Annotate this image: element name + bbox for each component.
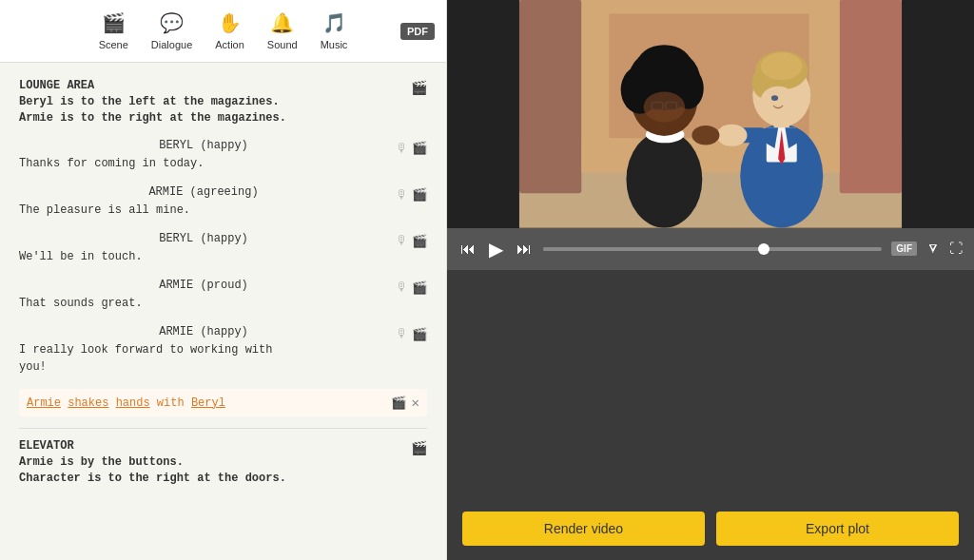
bottom-buttons-area: Render video Export plot (447, 497, 974, 560)
toolbar-dialogue-label: Dialogue (151, 39, 192, 50)
dialogue-icons-3: 🎙 🎬 (396, 232, 427, 249)
funnel-icon[interactable]: ⛛ (926, 241, 940, 257)
mic-icon-4[interactable]: 🎙 (396, 280, 408, 295)
dialogue-icons-4: 🎙 🎬 (396, 279, 427, 296)
gif-button[interactable]: GIF (891, 241, 917, 256)
character-name-5: ARMIE (happy) (19, 325, 388, 338)
bottom-spacer (447, 270, 974, 498)
dialogue-block-2: ARMIE (agreeing) The pleasure is all min… (19, 185, 427, 219)
dialogue-icons-2: 🎙 🎬 (396, 185, 427, 203)
dialogue-icons-1: 🎙 🎬 (396, 139, 427, 156)
svg-point-29 (771, 95, 778, 101)
svg-point-6 (626, 131, 702, 228)
svg-point-17 (644, 92, 686, 123)
dialogue-block-1: BERYL (happy) Thanks for coming in today… (19, 139, 427, 172)
toolbar-item-sound[interactable]: 🔔 Sound (267, 11, 298, 50)
toolbar-sound-label: Sound (267, 39, 298, 50)
mic-icon-5[interactable]: 🎙 (396, 327, 408, 341)
dialogue-line-4: That sounds great. (19, 297, 143, 310)
action-link-hands[interactable]: hands (116, 396, 150, 410)
mic-icon-3[interactable]: 🎙 (396, 234, 408, 248)
script-area: LOUNGE AREABeryl is to the left at the m… (0, 63, 446, 560)
action-link-beryl[interactable]: Beryl (191, 396, 225, 410)
play-button[interactable]: ▶ (487, 238, 505, 261)
scene-icon: 🎬 (102, 11, 126, 35)
progress-knob[interactable] (758, 243, 769, 255)
toolbar-scene-label: Scene (99, 39, 128, 50)
divider-1 (19, 428, 427, 429)
progress-bar-fill (543, 247, 764, 251)
render-video-button[interactable]: Render video (462, 512, 705, 546)
dialogue-icons-5: 🎙 🎬 (396, 325, 427, 342)
svg-point-28 (761, 87, 795, 114)
toolbar: 🎬 Scene 💬 Dialogue ✋ Action 🔔 Sound 🎵 Mu… (0, 0, 446, 63)
dialogue-line-2: The pleasure is all mine. (19, 203, 190, 217)
sound-icon: 🔔 (270, 11, 294, 35)
character-name-1: BERYL (happy) (19, 139, 388, 152)
scene-heading-2: ELEVATORArmie is by the buttons.Characte… (19, 438, 427, 486)
svg-point-13 (636, 45, 692, 87)
scene-cam-icon-2[interactable]: 🎬 (411, 440, 427, 456)
dialogue-line-5: I really look forward to working withyou… (19, 343, 272, 375)
svg-rect-3 (840, 0, 902, 193)
dialogue-text-4: ARMIE (proud) That sounds great. (19, 279, 388, 312)
dialogue-text-1: BERYL (happy) Thanks for coming in today… (19, 139, 388, 172)
cam-icon-1[interactable]: 🎬 (412, 141, 427, 156)
toolbar-item-music[interactable]: 🎵 Music (321, 11, 348, 50)
character-name-2: ARMIE (agreeing) (19, 185, 388, 199)
progress-bar[interactable] (543, 247, 882, 251)
svg-point-31 (717, 125, 748, 146)
action-link-armie[interactable]: Armie (27, 396, 61, 410)
video-area (447, 0, 974, 228)
toolbar-item-scene[interactable]: 🎬 Scene (99, 11, 128, 50)
scene-cam-icon-1[interactable]: 🎬 (411, 80, 427, 96)
character-name-4: ARMIE (proud) (19, 279, 388, 292)
dialogue-line-3: We'll be in touch. (19, 250, 143, 263)
scene-heading-1: LOUNGE AREABeryl is to the left at the m… (19, 78, 427, 126)
character-name-3: BERYL (happy) (19, 232, 388, 245)
action-cam-icon[interactable]: 🎬 (391, 396, 406, 411)
dialogue-line-1: Thanks for coming in today. (19, 157, 204, 170)
toolbar-item-action[interactable]: ✋ Action (215, 11, 244, 50)
action-close-icon[interactable]: ✕ (412, 395, 419, 411)
toolbar-items: 🎬 Scene 💬 Dialogue ✋ Action 🔔 Sound 🎵 Mu… (99, 11, 348, 50)
cam-icon-5[interactable]: 🎬 (412, 327, 427, 342)
skip-forward-button[interactable]: ⏭ (515, 241, 534, 258)
svg-point-32 (692, 126, 719, 145)
dialogue-text-3: BERYL (happy) We'll be in touch. (19, 232, 388, 265)
fullscreen-icon[interactable]: ⛶ (949, 241, 963, 257)
dialogue-block-3: BERYL (happy) We'll be in touch. 🎙 🎬 (19, 232, 427, 265)
dialogue-block-4: ARMIE (proud) That sounds great. 🎙 🎬 (19, 279, 427, 312)
left-panel: 🎬 Scene 💬 Dialogue ✋ Action 🔔 Sound 🎵 Mu… (0, 0, 447, 560)
toolbar-item-dialogue[interactable]: 💬 Dialogue (151, 11, 192, 50)
scene-heading-text-2: ELEVATORArmie is by the buttons.Characte… (19, 438, 286, 486)
right-panel: ⏮ ▶ ⏭ GIF ⛛ ⛶ Render video Export plot (447, 0, 974, 560)
pdf-button[interactable]: PDF (400, 23, 435, 40)
music-icon: 🎵 (322, 11, 346, 35)
cam-icon-2[interactable]: 🎬 (412, 187, 427, 203)
toolbar-music-label: Music (321, 39, 348, 50)
action-line-1: Armie shakes hands with Beryl 🎬 ✕ (19, 389, 427, 416)
dialogue-block-5: ARMIE (happy) I really look forward to w… (19, 325, 427, 377)
scene-heading-text-1: LOUNGE AREABeryl is to the left at the m… (19, 78, 286, 126)
dialogue-text-5: ARMIE (happy) I really look forward to w… (19, 325, 388, 377)
action-text-1: Armie shakes hands with Beryl (27, 396, 225, 410)
dialogue-icon: 💬 (160, 11, 184, 35)
scene-illustration (447, 0, 974, 228)
action-icons-1: 🎬 ✕ (391, 395, 419, 411)
svg-rect-2 (519, 0, 581, 193)
skip-back-button[interactable]: ⏮ (458, 241, 477, 258)
mic-icon-2[interactable]: 🎙 (396, 188, 408, 203)
svg-point-27 (761, 52, 803, 80)
export-plot-button[interactable]: Export plot (716, 512, 959, 546)
dialogue-text-2: ARMIE (agreeing) The pleasure is all min… (19, 185, 388, 219)
cam-icon-3[interactable]: 🎬 (412, 234, 427, 249)
toolbar-action-label: Action (215, 39, 244, 50)
mic-icon-1[interactable]: 🎙 (396, 142, 408, 156)
video-controls: ⏮ ▶ ⏭ GIF ⛛ ⛶ (447, 228, 974, 270)
cam-icon-4[interactable]: 🎬 (412, 280, 427, 296)
action-icon: ✋ (218, 11, 242, 35)
action-link-shakes[interactable]: shakes (68, 396, 108, 410)
